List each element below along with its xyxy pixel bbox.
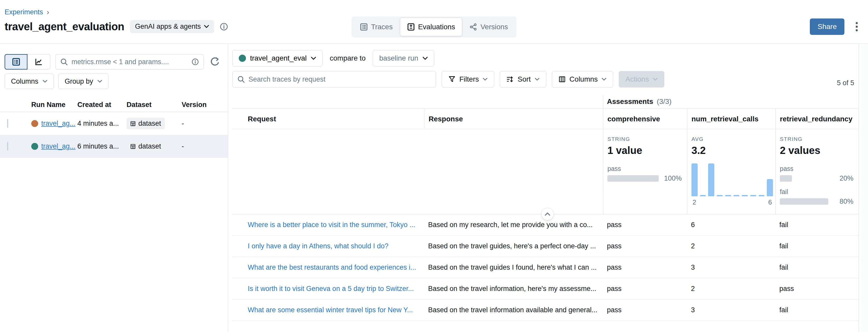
- run-created-at: 6 minutes a...: [78, 142, 127, 150]
- trace-request-link[interactable]: I only have a day in Athens, what should…: [248, 242, 389, 250]
- title-row: travel_agent_evaluation GenAI apps & age…: [5, 20, 228, 33]
- columns-icon: [559, 76, 566, 83]
- trace-retrieval-redundancy-value: fail: [775, 306, 859, 314]
- run-checkbox[interactable]: [7, 142, 8, 150]
- trace-request-link[interactable]: What are some essential winter travel ti…: [248, 306, 413, 314]
- trace-retrieval-redundancy-value: fail: [775, 221, 859, 229]
- col-version: Version: [182, 101, 228, 109]
- assessments-group: Assessments (3/3): [603, 95, 859, 108]
- chart-view-toggle[interactable]: [27, 54, 50, 70]
- run-row[interactable]: travel_ag... 6 minutes a... dataset -: [0, 135, 228, 158]
- tab-versions[interactable]: Versions: [462, 18, 515, 36]
- filter-info-icon[interactable]: [192, 58, 199, 65]
- search-icon: [237, 76, 245, 83]
- histogram-bar: [691, 163, 698, 196]
- baseline-run-label: baseline run: [379, 54, 418, 62]
- col-request[interactable]: Request: [232, 109, 424, 129]
- histogram-bar: [758, 195, 765, 196]
- trace-comprehensive-value: pass: [603, 264, 687, 272]
- runs-filter-input[interactable]: [71, 58, 188, 66]
- trace-row[interactable]: Is it worth it to visit Geneva on a 5 da…: [232, 278, 859, 300]
- refresh-icon[interactable]: [209, 56, 221, 68]
- experiment-evaluation-page: Experiments › travel_agent_evaluation Ge…: [0, 0, 868, 332]
- summary-comprehensive: STRING 1 value pass 100%: [603, 129, 687, 214]
- run-selector-dropdown[interactable]: travel_agent_eval: [232, 50, 322, 66]
- col-num-retrieval-calls[interactable]: num_retrieval_calls: [687, 109, 775, 129]
- overflow-menu-icon[interactable]: [854, 21, 859, 33]
- trace-row[interactable]: What are the best restaurants and food e…: [232, 257, 859, 278]
- summary-value: 1 value: [608, 145, 682, 156]
- sort-label: Sort: [518, 75, 531, 83]
- tab-evaluations[interactable]: Evaluations: [400, 18, 462, 36]
- view-tabs: Traces Evaluations Versions: [351, 17, 517, 37]
- trace-retrieval-redundancy-value: fail: [775, 264, 859, 272]
- run-name-link[interactable]: travel_ag...: [41, 119, 75, 128]
- evaluations-icon: [407, 23, 415, 31]
- filter-funnel-icon: [448, 76, 456, 83]
- trace-comprehensive-value: pass: [603, 242, 687, 250]
- trace-request-link[interactable]: Is it worth it to visit Geneva on a 5 da…: [248, 285, 414, 293]
- summary-bar: [780, 175, 792, 182]
- trace-response: Based on the travel information availabl…: [424, 306, 603, 314]
- actions-button[interactable]: Actions: [619, 71, 664, 87]
- traces-table: Assessments (3/3) Request Response compr…: [232, 95, 859, 332]
- collapse-summary-button[interactable]: [541, 208, 554, 220]
- trace-search-box: [232, 71, 436, 87]
- group-by-button[interactable]: Group by: [58, 74, 108, 89]
- sort-button[interactable]: Sort: [500, 71, 546, 87]
- col-comprehensive[interactable]: comprehensive: [603, 109, 687, 129]
- table-icon: [130, 144, 136, 149]
- trace-request-link[interactable]: Where is a better place to visit in the …: [248, 221, 415, 229]
- run-columns-button[interactable]: Columns: [5, 74, 54, 89]
- summary-bar-label: pass: [608, 165, 682, 172]
- chevron-up-icon: [545, 212, 550, 216]
- dataset-chip[interactable]: dataset: [127, 141, 165, 152]
- filters-button[interactable]: Filters: [442, 71, 494, 87]
- share-button[interactable]: Share: [810, 19, 844, 35]
- assessments-header-row: Assessments (3/3): [232, 95, 859, 108]
- summary-value: 3.2: [691, 145, 770, 156]
- scrollbar-track[interactable]: [859, 45, 868, 332]
- histogram-bar: [725, 195, 731, 196]
- chevron-down-icon: [535, 78, 539, 81]
- view-mode-toggle: [5, 54, 50, 70]
- table-icon: [130, 121, 136, 127]
- assessment-summaries: STRING 1 value pass 100% AVG: [232, 129, 859, 215]
- trace-row[interactable]: I only have a day in Athens, what should…: [232, 236, 859, 257]
- filters-label: Filters: [459, 75, 479, 83]
- run-checkbox[interactable]: [7, 119, 8, 128]
- trace-columns-button[interactable]: Columns: [552, 71, 613, 87]
- experiment-type-pill[interactable]: GenAI apps & agents: [130, 20, 214, 33]
- tab-versions-label: Versions: [480, 23, 508, 31]
- results-count: 5 of 5: [837, 79, 854, 87]
- summary-bar-label: fail: [780, 188, 854, 195]
- col-retrieval-redundancy[interactable]: retrieval_redundancy: [775, 109, 859, 129]
- trace-retrieval-redundancy-value: pass: [775, 285, 859, 293]
- trace-request-link[interactable]: What are the best restaurants and food e…: [248, 264, 416, 271]
- info-icon[interactable]: [220, 23, 228, 31]
- col-response[interactable]: Response: [424, 109, 603, 129]
- histogram-bar: [717, 195, 723, 196]
- group-by-label: Group by: [65, 78, 93, 85]
- run-row[interactable]: travel_ag... 4 minutes a... dataset -: [0, 112, 228, 135]
- runs-sidebar: Columns Group by Run Name Created at Dat…: [0, 45, 228, 332]
- histogram-axis: 2 6: [691, 198, 773, 206]
- histogram-bar: [700, 195, 706, 196]
- summary-bar: [780, 198, 828, 205]
- trace-num-retrieval-calls-value: 3: [687, 264, 775, 272]
- trace-row[interactable]: What are some essential winter travel ti…: [232, 300, 859, 321]
- dataset-chip[interactable]: dataset: [127, 118, 165, 129]
- tab-traces[interactable]: Traces: [353, 18, 400, 36]
- list-view-toggle[interactable]: [5, 54, 27, 70]
- baseline-run-dropdown[interactable]: baseline run: [373, 50, 434, 66]
- summary-bar-group: pass 100%: [608, 165, 682, 183]
- histogram-max-label: 6: [768, 198, 772, 206]
- run-status-dot: [239, 55, 246, 62]
- summary-bar-group: fail 80%: [780, 188, 854, 205]
- summary-kind: STRING: [608, 136, 682, 142]
- summary-bar: [608, 175, 659, 182]
- breadcrumb-experiments-link[interactable]: Experiments: [5, 8, 43, 16]
- run-name-link[interactable]: travel_ag...: [41, 142, 75, 150]
- col-dataset: Dataset: [127, 101, 182, 109]
- trace-search-input[interactable]: [249, 76, 431, 83]
